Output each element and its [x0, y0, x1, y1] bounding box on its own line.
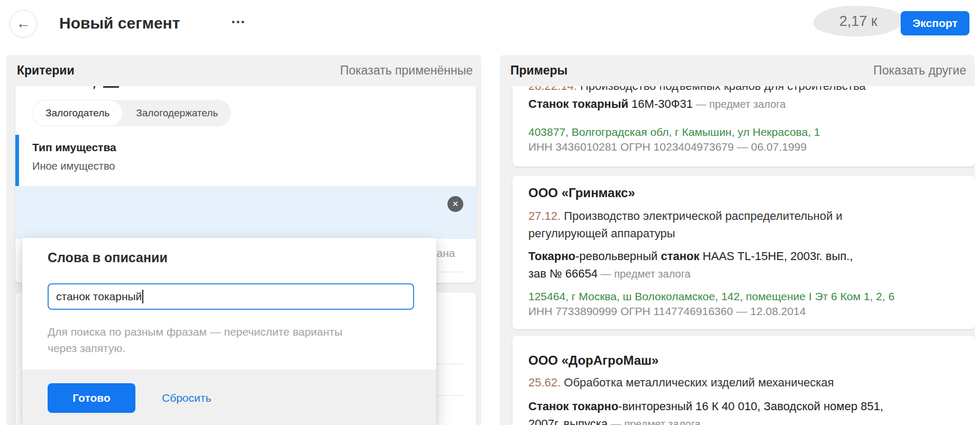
registration-line: ИНН 7733890999 ОГРН 1147746916360 — 12.0…	[528, 304, 959, 319]
examples-panel: 28.22.14. Производство подъемных кранов …	[500, 55, 975, 425]
examples-panel-title: Примеры	[510, 63, 567, 78]
results-count-badge: 2,17 к	[813, 6, 903, 36]
company-name: ООО «ДорАгроМаш»	[528, 352, 959, 369]
back-arrow-icon: ←	[16, 15, 31, 31]
page: ← Новый сегмент ••• 2,17 к Экспорт Залог…	[0, 0, 980, 425]
page-title: Новый сегмент	[59, 14, 180, 32]
okved-line: 27.12. Производство электрической распре…	[528, 207, 875, 242]
close-icon[interactable]: ✕	[447, 196, 463, 212]
okved-code: 27.12.	[528, 209, 564, 223]
done-button[interactable]: Готово	[48, 383, 135, 413]
words-input[interactable]: станок токарный	[48, 283, 414, 310]
tab-pledgee[interactable]: Залогодержатель	[123, 100, 231, 126]
back-button[interactable]: ←	[10, 10, 37, 38]
example-card[interactable]: ООО «Гринмакс»27.12. Производство электр…	[512, 175, 975, 329]
reset-link[interactable]: Сбросить	[162, 392, 211, 404]
pledge-line: Станок токарно-винторезный 16 К 40 010, …	[528, 398, 914, 425]
criteria-panel-header: Критерии Показать применённые	[6, 55, 481, 86]
popup-footer: Готово Сбросить	[22, 369, 436, 425]
pledge-role-tabs: Залогодатель Залогодержатель	[32, 100, 231, 126]
search-term-highlight: Станок токарный	[528, 97, 628, 110]
pledge-line: Станок токарный 16М-30Ф31 — предмет зало…	[528, 96, 959, 112]
popup-hint: Для поиска по разным фразам — перечислит…	[48, 324, 360, 356]
kebab-menu-icon[interactable]: •••	[232, 17, 246, 27]
selected-criterion-bar	[15, 135, 19, 186]
clipped-text-fragment	[94, 86, 136, 90]
criterion-words-row[interactable]: ✕	[15, 186, 476, 239]
search-term-highlight: Токарно	[528, 250, 575, 263]
export-button[interactable]: Экспорт	[901, 11, 969, 35]
examples-cards: 28.22.14. Производство подъемных кранов …	[500, 55, 975, 425]
example-card[interactable]: ООО «ДорАгроМаш»25.62. Обработка металли…	[512, 336, 975, 425]
registration-line: ИНН 3436010281 ОГРН 1023404973679 — 06.0…	[528, 140, 959, 154]
criterion-property-type-value: Иное имущество	[32, 159, 115, 173]
company-name: ООО «Гринмакс»	[528, 184, 959, 202]
criterion-property-type[interactable]: Тип имущества	[32, 141, 116, 154]
okved-line: 25.62. Обработка металлических изделий м…	[528, 374, 959, 391]
pledge-text: 16М-30Ф31	[628, 97, 693, 110]
address-line: 403877, Волгоградская обл, г Камышин, ул…	[528, 125, 959, 140]
pledge-line: Токарно-револьверный станок HAAS TL-15HE…	[528, 247, 869, 283]
words-input-value: станок токарный	[56, 290, 142, 303]
show-others-link[interactable]: Показать другие	[873, 63, 966, 78]
pledge-suffix: — предмет залога	[608, 418, 701, 425]
pledge-suffix: — предмет залога	[693, 98, 786, 110]
tab-pledger[interactable]: Залогодатель	[32, 100, 123, 126]
pledge-text: -револьверный	[575, 250, 661, 263]
pledge-suffix: — предмет залога	[598, 268, 691, 280]
okved-code: 25.62.	[528, 376, 564, 389]
words-in-description-popup: Слова в описании станок токарный Для пои…	[22, 238, 436, 425]
show-applied-link[interactable]: Показать применённые	[340, 63, 473, 78]
criteria-panel-title: Критерии	[17, 63, 75, 78]
results-count: 2,17 к	[839, 13, 877, 30]
search-term-highlight: станок	[661, 250, 699, 263]
criteria-panel: Залогодатель Залогодержатель Тип имущест…	[6, 55, 481, 425]
examples-panel-header: Примеры Показать другие	[500, 55, 975, 86]
search-term-highlight: Станок токарно	[528, 400, 618, 413]
address-line: 125464, г Москва, ш Волоколамское, 142, …	[528, 289, 959, 304]
text-caret	[142, 290, 143, 303]
popup-title: Слова в описании	[48, 250, 168, 265]
